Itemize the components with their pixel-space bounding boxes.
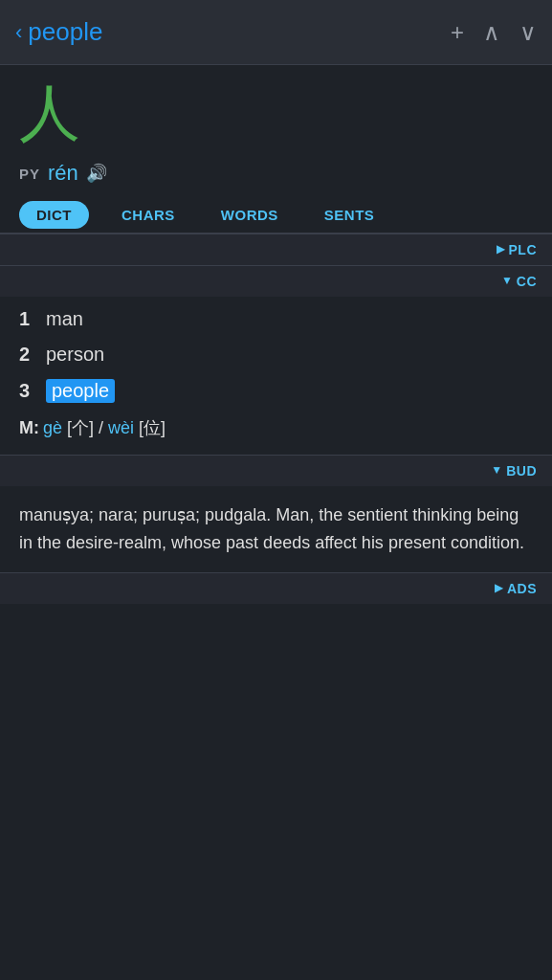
header-right: + ∧ ∨ <box>451 19 537 46</box>
bud-arrow: ▼ <box>491 463 502 479</box>
plc-header[interactable]: ▶ PLC <box>0 234 552 265</box>
cc-section: ▼ CC 1 man 2 person 3 people M: gè [个] /… <box>0 266 552 456</box>
ads-label: ADS <box>507 581 537 596</box>
bud-header[interactable]: ▼ BUD <box>0 456 552 486</box>
tab-sents[interactable]: SENTS <box>311 197 388 233</box>
def-num-3: 3 <box>19 380 46 402</box>
chinese-character: 人 <box>19 82 533 144</box>
add-icon[interactable]: + <box>451 19 464 46</box>
back-icon[interactable]: ‹ <box>15 20 22 45</box>
speaker-icon[interactable]: 🔊 <box>86 163 107 184</box>
tab-chars[interactable]: CHARS <box>108 197 188 233</box>
header: ‹ people + ∧ ∨ <box>0 0 552 65</box>
definitions-list: 1 man 2 person 3 people M: gè [个] / wèi … <box>0 297 552 455</box>
def-num-2: 2 <box>19 344 46 366</box>
bud-section: ▼ BUD manuṣya; nara; puruṣa; pudgala. Ma… <box>0 456 552 572</box>
definition-1: 1 man <box>19 308 533 330</box>
cc-arrow: ▼ <box>501 274 513 289</box>
back-label[interactable]: people <box>28 17 102 47</box>
def-num-1: 1 <box>19 308 46 330</box>
header-left: ‹ people <box>15 17 102 47</box>
measure-separator: / <box>99 418 108 438</box>
py-label: PY <box>19 166 40 182</box>
measure-label: M: <box>19 418 39 438</box>
ads-arrow: ▶ <box>495 581 503 596</box>
tab-dict[interactable]: DICT <box>19 201 89 229</box>
pinyin-text: rén <box>48 161 78 186</box>
definition-3: 3 people <box>19 379 533 403</box>
def-text-2: person <box>46 344 104 366</box>
definition-2: 2 person <box>19 344 533 366</box>
cc-label: CC <box>517 274 537 289</box>
tab-bar: DICT CHARS WORDS SENTS <box>0 197 552 234</box>
measure-wei: wèi <box>108 418 139 438</box>
ads-section[interactable]: ▶ ADS <box>0 572 552 604</box>
bud-text: manuṣya; nara; puruṣa; pudgala. Man, the… <box>0 486 552 572</box>
tab-words[interactable]: WORDS <box>208 197 292 233</box>
measure-wei-bracket: [位] <box>139 416 166 439</box>
pinyin-row: PY rén 🔊 <box>0 153 552 197</box>
bud-label: BUD <box>506 463 537 479</box>
plc-section: ▶ PLC <box>0 234 552 266</box>
def-text-3: people <box>46 379 115 403</box>
plc-arrow: ▶ <box>497 242 505 257</box>
up-icon[interactable]: ∧ <box>483 19 500 46</box>
down-icon[interactable]: ∨ <box>519 19 537 46</box>
measure-ge-bracket: [个] <box>67 416 99 439</box>
cc-header[interactable]: ▼ CC <box>0 266 552 297</box>
plc-label: PLC <box>509 242 538 257</box>
def-text-1: man <box>46 308 83 330</box>
measure-ge: gè <box>43 418 67 438</box>
measure-row: M: gè [个] / wèi [位] <box>19 416 533 439</box>
character-section: 人 <box>0 65 552 153</box>
